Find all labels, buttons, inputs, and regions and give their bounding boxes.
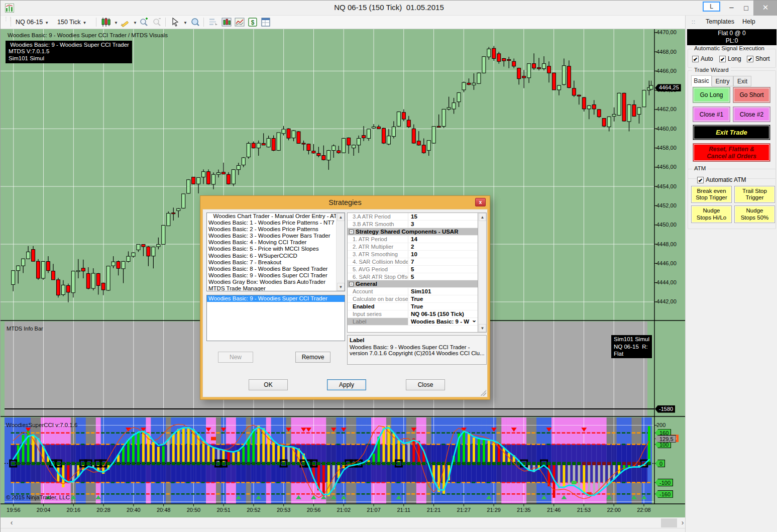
dialog-title: Strategies: [200, 196, 490, 209]
chart-toolbar: ⋮⋮ NQ 06-15▼ 150 Tick▼ ▼ ▼: [1, 16, 685, 29]
dialog-close-button[interactable]: x: [475, 198, 486, 206]
time-axis-label: 21:11: [397, 507, 410, 513]
scroll-left-arrow[interactable]: ‹: [7, 518, 17, 528]
go-short-button[interactable]: Go Short: [733, 87, 770, 103]
maximize-button[interactable]: □: [739, 1, 753, 16]
collapse-icon[interactable]: −: [349, 230, 354, 234]
time-axis-label: 21:27: [457, 507, 471, 513]
trail-stop-button[interactable]: Trail StopTrigger: [734, 186, 775, 203]
property-grid-scrollbar[interactable]: ▲ ▼: [478, 212, 487, 333]
strategy-list-item[interactable]: Woodies Basic: 3 - Woodies Power Bars Tr…: [207, 233, 345, 239]
property-category-header[interactable]: −Strategy Shared Components - USAR: [348, 228, 478, 236]
strategy-list-item[interactable]: MTDS Trade Manager: [207, 285, 345, 291]
strategy-list-item[interactable]: Woodies Gray Box: Woodies Bars AutoTrade…: [207, 279, 345, 285]
menu-grip-icon[interactable]: ::: [692, 19, 696, 25]
apply-button[interactable]: Apply: [327, 379, 366, 390]
minimize-button[interactable]: –: [724, 1, 739, 16]
price-axis-label: 4466,00: [656, 68, 677, 74]
close1-button[interactable]: Close #1: [693, 107, 730, 122]
time-axis-label: 20:52: [247, 507, 261, 513]
strategy-list-item[interactable]: Woodies Chart Trader - Manual Order Entr…: [207, 213, 345, 220]
property-row[interactable]: 6. SAR ATR Stop Offse5: [348, 273, 478, 281]
strategy-list-item[interactable]: Woodies Basic: 9 - Woodies Super CCI Tra…: [207, 295, 345, 302]
property-row[interactable]: 3.B ATR Smooth3: [348, 221, 478, 228]
combo-dropdown-icon[interactable]: ⌄: [472, 318, 477, 324]
resize-grip[interactable]: [480, 390, 486, 396]
property-row[interactable]: 5. AVG Period5: [348, 266, 478, 273]
time-axis[interactable]: 19:5620:0420:1620:2820:4020:4820:5020:51…: [1, 504, 685, 517]
property-row[interactable]: 1. ATR Period14: [348, 236, 478, 243]
candlestick-style-icon[interactable]: [101, 17, 111, 27]
trade-wizard-group: Trade Wizard Basic Entry Exit Go Long Go…: [688, 70, 776, 179]
link-button[interactable]: L: [703, 2, 720, 12]
tab-basic[interactable]: Basic: [691, 75, 712, 86]
draw-pencil-icon[interactable]: [120, 17, 130, 27]
property-row[interactable]: AccountSim101: [348, 288, 478, 295]
scroll-thumb[interactable]: [661, 518, 677, 527]
strategy-list-item[interactable]: Woodies Basic: 8 - Woodies Bar Speed Tra…: [207, 266, 345, 272]
cursor-icon[interactable]: [170, 17, 180, 27]
menu-templates[interactable]: Templates: [706, 18, 734, 25]
close-button[interactable]: ✕: [753, 1, 777, 16]
close2-button[interactable]: Close #2: [733, 107, 770, 122]
short-checkbox[interactable]: ✔ Short: [747, 55, 770, 62]
zoom-out-icon[interactable]: [152, 17, 162, 27]
go-long-button[interactable]: Go Long: [693, 87, 730, 103]
position-line: Flat 0 @ 0: [687, 30, 776, 37]
candlestick-style-dropdown[interactable]: ▼: [112, 16, 118, 29]
property-row[interactable]: 3.A ATR Period15: [348, 213, 478, 221]
strategy-list-item[interactable]: Woodies Basic: 9 - Woodies Super CCI Tra…: [207, 272, 345, 279]
break-even-button[interactable]: Break evenStop Trigger: [691, 186, 732, 203]
exit-trade-button[interactable]: Exit Trade: [693, 125, 770, 140]
tab-entry[interactable]: Entry: [712, 76, 733, 86]
strategy-list-item[interactable]: Woodies Basic: 6 - WSuperCCICD: [207, 253, 345, 259]
account-icon[interactable]: $: [248, 17, 258, 27]
list-scrollbar[interactable]: ▲▼: [336, 213, 345, 291]
toolbar-grip-icon[interactable]: ⋮⋮: [4, 18, 7, 27]
long-checkbox[interactable]: ✔ Long: [719, 55, 741, 62]
strategy-list-item[interactable]: Woodies Basic: 2 - Woodies Price Pattern…: [207, 226, 345, 233]
property-row[interactable]: 4. SAR Collision Mode7: [348, 258, 478, 266]
new-button[interactable]: New: [218, 352, 253, 363]
draw-pencil-dropdown[interactable]: ▼: [131, 16, 137, 29]
menu-help[interactable]: Help: [742, 18, 755, 25]
property-row[interactable]: 3. ATR Smoothing10: [348, 251, 478, 258]
data-box-icon[interactable]: [208, 17, 218, 27]
strategy-list-item[interactable]: Woodies Basic: 7 - Breakout: [207, 259, 345, 266]
strategy-list-item[interactable]: Woodies Basic: 4 - Moving CCI Trader: [207, 239, 345, 246]
remove-button[interactable]: Remove: [295, 352, 330, 363]
property-row[interactable]: 2. ATR Multiplier2: [348, 243, 478, 251]
strategy-list-item[interactable]: Woodies Basic: 5 - Price with MCCI Slope…: [207, 246, 345, 252]
scroll-down-arrow[interactable]: ▼: [337, 283, 345, 291]
auto-checkbox[interactable]: ✔ Auto: [692, 55, 713, 62]
close-dialog-button[interactable]: Close: [406, 379, 445, 390]
nudge-hilo-button[interactable]: NudgeStops Hi/Lo: [691, 205, 732, 223]
tab-exit[interactable]: Exit: [733, 76, 751, 86]
cursor-dropdown[interactable]: ▼: [181, 16, 187, 29]
property-row[interactable]: EnabledTrue: [348, 303, 478, 310]
ok-button[interactable]: OK: [249, 379, 288, 390]
strategy-list-item[interactable]: Woodies Basic: 1 - Woodies Price Pattern…: [207, 220, 345, 226]
strategy-property-grid[interactable]: 3.A ATR Period153.B ATR Smooth3−Strategy…: [347, 212, 478, 333]
zoom-in-icon[interactable]: [139, 17, 149, 27]
indicators-icon[interactable]: [235, 17, 245, 27]
sim-tag-line: Sim101 Simul: [614, 336, 649, 343]
property-category-header[interactable]: −General: [348, 280, 478, 288]
automatic-atm-checkbox[interactable]: ✔ Automatic ATM: [697, 176, 746, 183]
property-row[interactable]: Input seriesNQ 06-15 (150 Tick): [348, 310, 478, 318]
crosshair-zoom-icon[interactable]: [190, 17, 200, 27]
instrument-selector[interactable]: NQ 06-15▼: [16, 16, 49, 29]
collapse-icon[interactable]: −: [349, 282, 354, 286]
data-grid-icon[interactable]: [261, 17, 271, 27]
scroll-down-arrow[interactable]: ▼: [479, 324, 486, 332]
chart-properties-icon[interactable]: [221, 17, 232, 27]
scroll-up-arrow[interactable]: ▲: [337, 213, 345, 221]
selected-strategies-list[interactable]: Woodies Basic: 9 - Woodies Super CCI Tra…: [206, 295, 345, 341]
reset-flatten-button[interactable]: Reset, Flatten & Cancel all Orders: [693, 143, 770, 162]
available-strategies-list[interactable]: Woodies Chart Trader - Manual Order Entr…: [206, 212, 345, 291]
scroll-up-arrow[interactable]: ▲: [479, 213, 486, 221]
interval-selector[interactable]: 150 Tick▼: [57, 16, 86, 29]
property-row[interactable]: LabelWoodies Basic: 9 - W⌄: [348, 318, 478, 326]
nudge-50-button[interactable]: NudgeStops 50%: [734, 205, 775, 223]
property-row[interactable]: Calculate on bar closeTrue: [348, 295, 478, 303]
